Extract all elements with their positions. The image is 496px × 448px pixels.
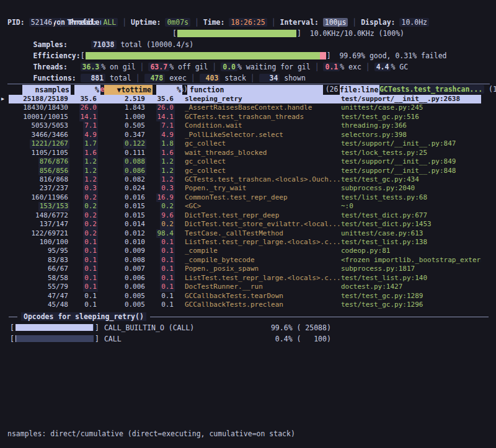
opcode-bars: []CALL_BUILTIN_O (CALL)99.6% ( 25088)[]C… [0, 322, 496, 345]
title-rule-right [150, 317, 489, 317]
tottime-cell: 0.006 [98, 283, 146, 291]
separator: │ [187, 74, 200, 82]
nsamples-cell: 66/67 [9, 265, 69, 273]
col-header-function[interactable]: function [187, 85, 323, 95]
pct-direct-cell: 1.6 [69, 149, 98, 157]
time-label: Time: [203, 18, 229, 27]
display-value: 10.0Hz [399, 18, 429, 27]
table-row[interactable]: 66/670.10.0070.1Popen._posix_spawnsubpro… [9, 265, 481, 273]
tottime-cell: 0.122 [98, 139, 146, 148]
table-row[interactable]: 5053/50537.10.5057.1Condition.waitthread… [9, 121, 481, 130]
table-row[interactable]: 1221/12671.70.1221.8gc_collecttest/suppo… [9, 139, 481, 148]
table-row[interactable]: 137/1470.20.0140.2DictTest.test_store_ev… [9, 220, 481, 229]
file-line-cell: test/test_list.py:140 [340, 274, 481, 283]
table-row[interactable]: 122/697210.20.01298.4TestCase._callTestM… [9, 229, 481, 238]
table-row[interactable]: 58/580.10.0060.1ListTest.test_repr_large… [9, 274, 481, 283]
col-header-tottime-sorted[interactable]: ▼tottime [104, 85, 153, 95]
interval-label: Interval: [280, 18, 323, 27]
function-name-cell: DictTest.test_store_evilattr.<local... [184, 220, 340, 229]
col-header-pct-direct[interactable]: % [74, 85, 100, 95]
tottime-cell: 2.519 [98, 95, 146, 103]
uptime-value: 0m07s [165, 18, 190, 27]
nsamples-cell: 160/11966 [9, 193, 69, 202]
opcode-stat: 99.6% ( 25088) [257, 323, 331, 332]
table-row[interactable]: 95/950.10.0090.1_compilecodeop.py:81 [9, 247, 481, 255]
table-row[interactable]: 856/8561.20.0861.2gc_collecttest/support… [9, 167, 481, 175]
pct-direct-cell: 0.2 [69, 202, 98, 211]
table-row[interactable]: 45/480.10.0050.1GCCallbackTests.preclean… [9, 301, 481, 309]
pct-direct-cell: 0.1 [69, 238, 98, 247]
threads-label: Threads: [33, 61, 81, 72]
tottime-cell: 0.086 [98, 167, 146, 175]
function-name-cell: DictTest.test_repr_deep [184, 211, 340, 220]
file-line-cell: test/test_gc.py:1289 [340, 292, 481, 301]
info-item-interval: Interval: 100μs [280, 18, 348, 27]
tottime-cell: 0.505 [98, 121, 146, 130]
function-name-cell: Popen._try_wait [184, 184, 340, 193]
table-row[interactable]: 876/8761.20.0881.2gc_collecttest/support… [9, 157, 481, 166]
table-row[interactable]: 153/1530.20.0150.2<GC>~:0 [9, 202, 481, 211]
table-row[interactable]: 10001/1001514.11.00014.1GCTests.test_tra… [9, 113, 481, 121]
table-row[interactable]: 83/830.10.0080.1_compile_bytecode<frozen… [9, 256, 481, 265]
separator: │ [136, 63, 149, 71]
opcode-row: []CALL_BUILTIN_O (CALL)99.6% ( 25088) [0, 322, 496, 333]
bar-open-bracket: [ [10, 335, 14, 343]
file-line-cell: ~:0 [340, 202, 481, 211]
pct-cumulative-cell: 0.1 [146, 301, 175, 309]
threads-segments: 36.3% on gil │ 63.7% off gil │ 0.0% wait… [81, 63, 409, 71]
table-row[interactable]: 237/2370.30.0240.3Popen._try_waitsubproc… [9, 184, 481, 193]
table-row[interactable]: 47/470.10.0050.1GCCallbackTests.tearDown… [9, 292, 481, 301]
samples-bar: [] 10.0KHz/10.0KHz (100%) [172, 28, 404, 39]
nsamples-cell: 95/95 [9, 247, 69, 255]
table-row[interactable]: 100/1000.10.0100.1ListTest.test_repr_lar… [9, 238, 481, 247]
table-row[interactable]: 160/119660.20.01616.9CommonTest.test_rep… [9, 193, 481, 202]
tottime-cell: 0.088 [98, 157, 146, 166]
pct-cumulative-cell: 16.9 [146, 193, 175, 202]
efficiency-bar [86, 52, 326, 59]
col-header-file-line[interactable]: file:line [340, 85, 379, 95]
tottime-cell: 0.012 [98, 229, 146, 238]
functions-label: Functions: [33, 72, 81, 84]
opcodes-section: Opcodes for sleeping_retry() []CALL_BUIL… [0, 312, 496, 345]
table-row[interactable]: 148/67720.20.0159.6DictTest.test_repr_de… [9, 211, 481, 220]
samples-rate: 10.0KHz/10.0KHz (100%) [301, 29, 404, 38]
function-name-cell: sleeping_retry [184, 95, 340, 103]
nsamples-cell: 5053/5053 [9, 121, 69, 130]
efficiency-label: Efficiency: [33, 51, 81, 60]
function-stat-value: 881 [81, 74, 106, 82]
separator: │ [118, 18, 131, 27]
opcodes-title-line: Opcodes for sleeping_retry() [0, 312, 496, 322]
nsamples-cell: 45/48 [9, 301, 69, 309]
function-name-cell: wait_threads_blocked [184, 149, 340, 157]
table-row[interactable]: 1105/11051.60.1111.6wait_threads_blocked… [9, 149, 481, 157]
file-line-cell: threading.py:366 [340, 121, 481, 130]
function-stat-value: 403 [200, 74, 221, 82]
tachyon-profiler: Tachyon Profiler PID: 52146 │ Thread: AL… [0, 0, 496, 448]
tottime-cell: 0.010 [98, 238, 146, 247]
col-header-pct-cumulative[interactable]: % [156, 85, 182, 95]
bar-close-bracket: ] [327, 51, 331, 60]
table-row[interactable]: 55/790.10.0060.1DocTestRunner.__rundocte… [9, 283, 481, 291]
opcodes-title: Opcodes for sleeping_retry() [21, 312, 146, 321]
pct-direct-cell: 0.1 [69, 283, 98, 291]
tottime-cell: 0.024 [98, 184, 146, 193]
function-name-cell: gc_collect [184, 167, 340, 175]
table-row[interactable]: ▶25188/2518935.62.51935.6sleeping_retryt… [9, 95, 481, 103]
file-line-cell: test/support/__init__.py:847 [340, 139, 481, 148]
pct-direct-cell: 0.3 [69, 184, 98, 193]
function-name-cell: <GC> [184, 202, 340, 211]
tottime-cell: 0.008 [98, 256, 146, 265]
table-row[interactable]: 18430/1843026.01.84326.0_AssertRaisesBas… [9, 103, 481, 112]
pct-direct-cell: 0.1 [69, 247, 98, 255]
table-row[interactable]: 816/8681.20.0821.2GCTests.test_trashcan.… [9, 175, 481, 184]
tottime-cell: 1.843 [98, 103, 146, 112]
file-line-cell: test/test_dict.py:1453 [340, 220, 481, 229]
nsamples-cell: 83/83 [9, 256, 69, 265]
file-line-cell: test/support/__init__.py:849 [340, 157, 481, 166]
col-header-nsamples[interactable]: nsamples [22, 85, 71, 95]
pct-cumulative-cell: 4.9 [146, 131, 175, 139]
bar-close-bracket: ] [95, 335, 99, 343]
tottime-cell: 0.005 [98, 292, 146, 301]
table-row[interactable]: 3466/34664.90.3474.9_PollLikeSelector.se… [9, 131, 481, 139]
separator: │ [131, 74, 144, 82]
